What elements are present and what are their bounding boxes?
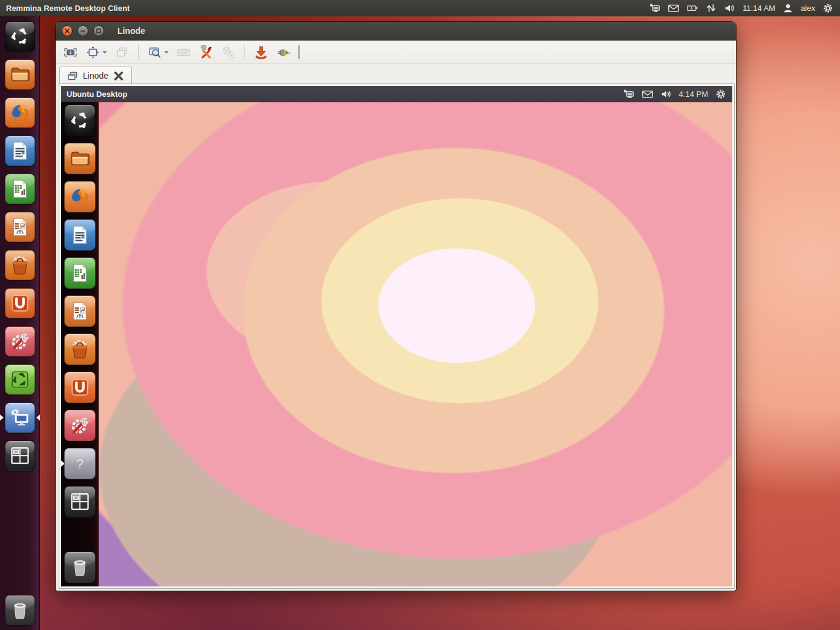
launcher-item-lo-writer[interactable] <box>0 136 40 166</box>
volume-icon[interactable] <box>660 88 672 100</box>
running-indicator <box>0 415 4 421</box>
send-keystrokes-button[interactable] <box>174 44 194 61</box>
tab-label: Linode <box>83 71 108 80</box>
lo-writer-icon <box>5 136 35 166</box>
ubuntu-dash-icon <box>64 105 96 136</box>
remote-clock[interactable]: 4:14 PM <box>679 90 708 99</box>
remote-top-panel: Ubuntu Desktop 4:14 PM <box>61 86 732 102</box>
remote-tray: 4:14 PM <box>623 88 727 100</box>
lo-calc-icon <box>5 174 35 204</box>
launcher-item-lo-calc[interactable] <box>0 174 40 204</box>
resize-mode-icon <box>85 45 100 60</box>
volume-icon[interactable] <box>724 2 736 14</box>
toolbar-end-divider <box>298 45 300 59</box>
remote-desktop-icon[interactable] <box>649 2 661 14</box>
minimize-button[interactable] <box>77 25 88 36</box>
firefox-icon <box>5 97 35 128</box>
trash-icon <box>64 551 96 583</box>
window-titlebar[interactable]: Linode <box>56 22 736 41</box>
launcher-item-workspace-switcher[interactable] <box>61 486 99 517</box>
session-gear-icon[interactable] <box>822 2 834 14</box>
screen: Remmina Remote Desktop Client 11:14 AM a… <box>0 0 840 630</box>
lo-writer-icon <box>64 219 96 251</box>
launcher-item-ubuntu-dash[interactable] <box>0 21 40 51</box>
host-clock[interactable]: 11:14 AM <box>743 4 775 13</box>
send-keystrokes-icon <box>176 45 191 60</box>
launcher-item-firefox[interactable] <box>61 181 99 212</box>
focused-indicator <box>36 415 40 421</box>
files-icon <box>64 143 96 174</box>
lo-calc-icon <box>64 257 96 289</box>
window-title: Linode <box>117 26 145 36</box>
host-launcher <box>0 16 40 630</box>
launcher-item-files[interactable] <box>61 143 99 174</box>
tab-linode[interactable]: Linode <box>59 67 132 84</box>
launcher-item-software-center[interactable] <box>0 250 40 280</box>
launcher-item-system-settings[interactable] <box>61 410 99 441</box>
launcher-item-system-settings[interactable] <box>0 326 40 356</box>
workspace-switcher-icon <box>5 441 35 471</box>
remote-panel-title: Ubuntu Desktop <box>67 90 127 99</box>
disconnect-icon <box>276 45 291 60</box>
scaled-mode-button[interactable] <box>145 44 171 61</box>
system-settings-icon <box>64 410 96 441</box>
remote-desktop: ? <box>61 102 732 586</box>
launcher-item-trash[interactable] <box>61 551 99 583</box>
launcher-item-lo-impress[interactable] <box>0 212 40 242</box>
launcher-item-software-updater[interactable] <box>0 364 40 395</box>
host-tray: 11:14 AM alex <box>649 2 834 14</box>
mail-icon[interactable] <box>641 88 654 100</box>
battery-icon[interactable] <box>686 2 698 14</box>
remmina-icon <box>5 402 35 433</box>
resize-mode-button[interactable] <box>83 44 110 61</box>
remote-launcher: ? <box>61 102 99 586</box>
remmina-window: Linode 1 Linode Ubuntu Desktop 4:14 PM <box>56 22 736 591</box>
launcher-item-workspace-switcher[interactable] <box>0 441 40 471</box>
remote-desktop-wallpaper[interactable] <box>99 102 732 586</box>
launcher-item-unknown-app[interactable]: ? <box>61 448 99 479</box>
disconnect-button[interactable] <box>274 44 294 61</box>
plugins-icon <box>221 45 236 60</box>
preferences-icon <box>199 45 214 60</box>
launcher-item-trash[interactable] <box>0 595 40 625</box>
firefox-icon <box>64 181 96 212</box>
launcher-item-software-center[interactable] <box>61 333 99 365</box>
remote-session-frame: Ubuntu Desktop 4:14 PM ? <box>59 84 734 588</box>
close-button[interactable] <box>62 25 73 36</box>
launcher-item-remmina[interactable] <box>0 402 40 433</box>
screenshot-button[interactable] <box>251 44 271 61</box>
tab-close-icon[interactable] <box>113 70 125 82</box>
lo-impress-icon <box>5 212 35 242</box>
system-settings-icon <box>5 326 35 356</box>
launcher-item-firefox[interactable] <box>0 97 40 128</box>
workspace-switcher-icon <box>64 486 96 517</box>
launcher-item-ubuntu-one[interactable] <box>0 288 40 318</box>
launcher-item-lo-impress[interactable] <box>61 295 99 327</box>
launcher-item-ubuntu-dash[interactable] <box>61 105 99 136</box>
user-icon[interactable] <box>782 2 794 14</box>
ubuntu-dash-icon <box>5 21 35 51</box>
toggle-fullscreen-icon: 1 <box>63 45 78 60</box>
username[interactable]: alex <box>801 4 815 13</box>
connection-tabbar: Linode <box>56 64 736 84</box>
mail-icon[interactable] <box>668 2 680 14</box>
launcher-item-lo-calc[interactable] <box>61 257 99 289</box>
toolbar-separator <box>138 44 139 60</box>
launcher-item-lo-writer[interactable] <box>61 219 99 251</box>
lo-impress-icon <box>64 295 96 327</box>
sync-arrows-icon[interactable] <box>705 2 717 14</box>
connection-window-icon <box>67 70 79 82</box>
dropdown-caret-icon[interactable] <box>164 51 169 54</box>
dropdown-caret-icon[interactable] <box>102 51 107 54</box>
launcher-item-files[interactable] <box>0 59 40 90</box>
screenshot-icon <box>254 45 269 60</box>
plugins-button[interactable] <box>218 44 238 61</box>
remote-desktop-icon[interactable] <box>623 88 635 100</box>
launcher-item-ubuntu-one[interactable] <box>61 372 99 403</box>
ubuntu-one-icon <box>64 372 96 403</box>
remote-session-gear-icon[interactable] <box>715 88 727 100</box>
duplicate-connection-button[interactable] <box>112 44 132 61</box>
toggle-fullscreen-button[interactable]: 1 <box>61 44 80 61</box>
preferences-button[interactable] <box>196 44 216 61</box>
maximize-button[interactable] <box>93 25 104 36</box>
